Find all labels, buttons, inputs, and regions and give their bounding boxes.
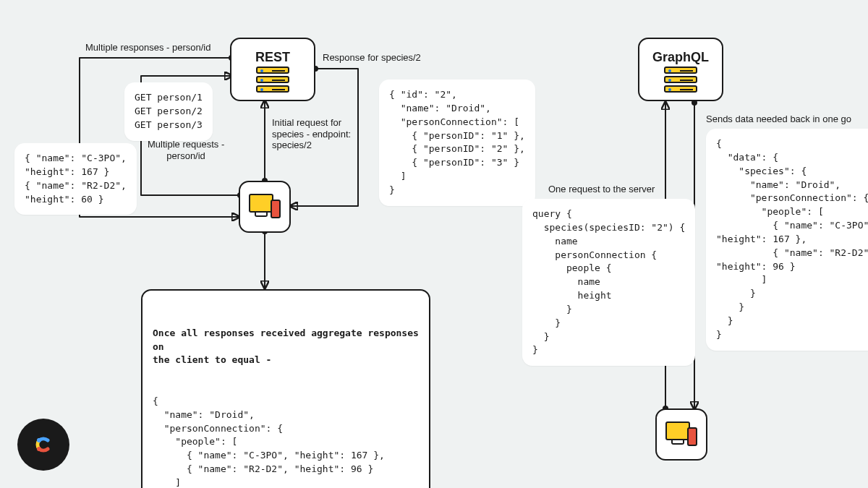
graphql-client-node <box>655 408 707 461</box>
graphql-response: { "data": { "species": { "name": "Droid"… <box>706 129 868 351</box>
label-one-request: One request to the server <box>548 184 655 195</box>
graphql-title: GraphQL <box>652 50 709 65</box>
rest-species-response: { "id": "2", "name": "Droid", "personCon… <box>379 80 535 206</box>
rest-aggregate-card: Once all responses received aggregate re… <box>141 289 430 488</box>
rest-title: REST <box>255 50 290 65</box>
svg-point-7 <box>37 438 41 442</box>
label-response-species: Response for species/2 <box>323 52 421 64</box>
client-icon <box>665 421 697 448</box>
contentful-logo <box>17 419 69 471</box>
label-multi-responses: Multiple responses - person/id <box>85 42 210 53</box>
rest-client-node <box>239 181 291 233</box>
label-one-response: Sends data needed back in one go <box>706 114 851 125</box>
server-icon <box>256 67 289 93</box>
rest-aggregate-header: Once all responses received aggregate re… <box>153 327 419 368</box>
rest-aggregate-body: { "name": "Droid", "personConnection": {… <box>153 395 419 488</box>
server-icon <box>664 67 697 93</box>
logo-icon <box>29 430 58 459</box>
rest-people-responses: { "name": "C-3PO", "height": 167 } { "na… <box>14 143 137 215</box>
rest-server-node: REST <box>230 38 315 101</box>
label-initial-request: Initial request for species - endpoint: … <box>272 117 351 151</box>
client-icon <box>249 194 281 220</box>
rest-get-list: GET person/1 GET person/2 GET person/3 <box>124 82 213 141</box>
graphql-query: query { species(speciesID: "2") { name p… <box>522 199 695 366</box>
graphql-server-node: GraphQL <box>638 38 723 101</box>
diagram-stage: REST Multiple responses - person/id Resp… <box>0 0 868 488</box>
svg-point-8 <box>37 447 41 451</box>
label-multi-requests: Multiple requests - person/id <box>148 139 224 161</box>
